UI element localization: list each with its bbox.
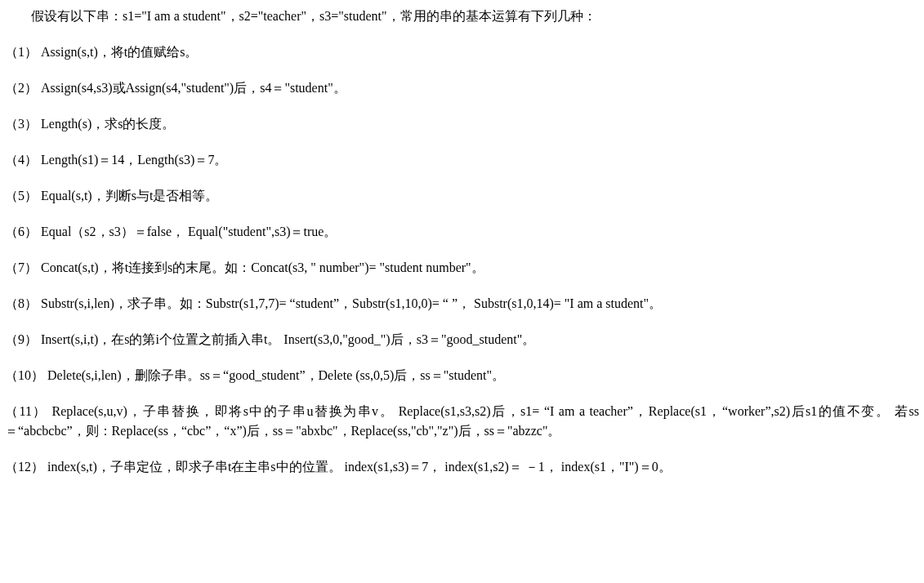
item-4: （4） Length(s1)＝14，Length(s3)＝7。 [5, 150, 919, 170]
item-10: （10） Delete(s,i,len)，删除子串。ss＝“good_stude… [5, 366, 919, 385]
item-6: （6） Equal（s2，s3）＝false， Equal("student",… [5, 222, 919, 242]
item-9: （9） Insert(s,i,t)，在s的第i个位置之前插入串t。 Insert… [5, 330, 919, 349]
item-1: （1） Assign(s,t)，将t的值赋给s。 [5, 42, 919, 62]
item-5: （5） Equal(s,t)，判断s与t是否相等。 [5, 186, 919, 206]
item-12: （12） index(s,t)，子串定位，即求子串t在主串s中的位置。 inde… [5, 457, 919, 477]
item-7: （7） Concat(s,t)，将t连接到s的末尾。如：Concat(s3, "… [5, 258, 919, 278]
item-2: （2） Assign(s4,s3)或Assign(s4,"student")后，… [5, 78, 919, 98]
item-11: （11） Replace(s,u,v)，子串替换，即将s中的子串u替换为串v。 … [5, 402, 919, 441]
item-3: （3） Length(s)，求s的长度。 [5, 114, 919, 134]
intro-paragraph: 假设有以下串：s1="I am a student"，s2="teacher"，… [5, 7, 919, 26]
item-8: （8） Substr(s,i,len)，求子串。如：Substr(s1,7,7)… [5, 294, 919, 314]
